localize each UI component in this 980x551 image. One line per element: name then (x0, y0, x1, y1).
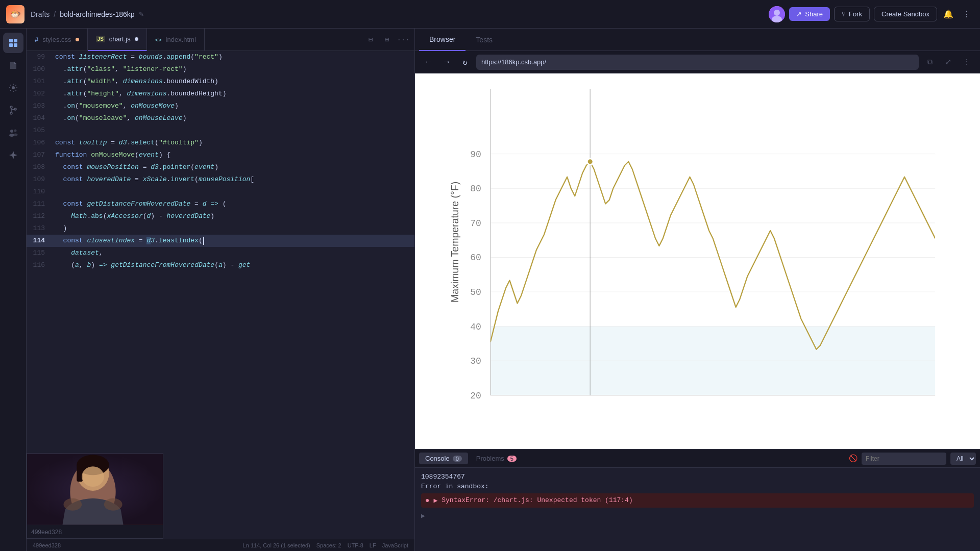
console-log-value: 10892354767 (421, 473, 465, 481)
svg-text:50: 50 (470, 287, 481, 297)
console-filter-select[interactable]: All (950, 453, 976, 465)
tab-chart-js-label: chart.js (109, 35, 131, 43)
notifications-icon[interactable]: 🔔 (941, 7, 955, 21)
logo[interactable]: 🐡 (6, 5, 24, 23)
console-error-message: SyntaxError: /chart.js: Unexpected token… (442, 496, 632, 504)
url-bar[interactable]: https://186kp.csb.app/ (476, 55, 919, 70)
svg-point-22 (63, 498, 82, 511)
code-line-107: 107 function onMouseMove(event) { (27, 149, 414, 161)
status-bar: 499eed328 Ln 114, Col 26 (1 selected) Sp… (27, 539, 414, 551)
status-line-col: Ln 114, Col 26 (1 selected) (243, 542, 310, 548)
logo-image: 🐡 (6, 5, 24, 23)
refresh-button[interactable]: ↻ (458, 55, 472, 69)
code-line-102: 102 .attr("height", dimensions.boundedHe… (27, 88, 414, 100)
console-log-line: 10892354767 (421, 472, 974, 482)
svg-text:60: 60 (470, 253, 481, 263)
chart-area: Maximum Temperature (°F) 20 30 40 50 60 … (415, 73, 980, 449)
console-filter-input[interactable] (862, 453, 946, 465)
status-language: JavaScript (382, 542, 408, 548)
breadcrumb-separator: / (54, 10, 56, 18)
sidebar-item-ai[interactable] (3, 145, 23, 165)
svg-point-21 (82, 466, 104, 487)
tab-index-html-label: index.html (166, 36, 196, 43)
split-horizontal-icon[interactable]: ⊟ (363, 33, 378, 47)
editor-panel: # styles.css JS chart.js <> index.html ⊟… (27, 29, 414, 551)
browser-tab-browser-label: Browser (429, 35, 455, 43)
console-error-line[interactable]: ● ▶ SyntaxError: /chart.js: Unexpected t… (421, 493, 974, 508)
video-content (27, 454, 163, 525)
main-layout: # styles.css JS chart.js <> index.html ⊟… (0, 29, 980, 551)
video-person-svg (27, 454, 163, 525)
code-line-99: 99 const listenerRect = bounds.append("r… (27, 51, 414, 63)
expand-icon[interactable]: ⤢ (941, 55, 955, 69)
code-line-100: 100 .attr("class", "listener-rect") (27, 63, 414, 76)
css-icon: # (35, 36, 38, 43)
code-line-114: 114 const closestIndex = d3.leastIndex( (27, 235, 414, 247)
fork-icon: ⑂ (842, 10, 846, 18)
code-editor[interactable]: 99 const listenerRect = bounds.append("r… (27, 51, 414, 539)
console-expand-arrow[interactable]: ▶ (433, 496, 437, 505)
svg-rect-5 (9, 43, 13, 47)
console-tab-console[interactable]: Console 0 (419, 453, 468, 464)
svg-point-12 (14, 130, 16, 132)
clear-console-icon[interactable]: 🚫 (849, 454, 857, 463)
browser-tab-tests-label: Tests (476, 36, 493, 44)
sidebar-item-home[interactable] (3, 33, 23, 53)
console-label: Console (425, 455, 450, 462)
svg-text:20: 20 (470, 391, 481, 401)
browser-tab-tests[interactable]: Tests (465, 29, 503, 51)
fork-button[interactable]: ⑂ Fork (834, 7, 870, 21)
sidebar-item-team[interactable] (3, 122, 23, 143)
code-line-109: 109 const hoveredDate = xScale.invert(mo… (27, 173, 414, 186)
breadcrumb: Drafts / bold-archimedes-186kp ✎ (31, 10, 144, 18)
svg-point-8 (10, 106, 12, 108)
console-expand-more[interactable]: ▶ (421, 510, 974, 522)
svg-rect-3 (9, 39, 13, 42)
tab-styles-css[interactable]: # styles.css (27, 29, 88, 51)
browser-panel: Browser Tests ← → ↻ https://186kp.csb.ap… (414, 29, 980, 551)
forward-button[interactable]: → (439, 55, 454, 69)
code-line-113: 113 ) (27, 222, 414, 235)
svg-rect-4 (14, 39, 17, 42)
svg-marker-15 (9, 151, 17, 159)
sidebar-item-git[interactable] (3, 100, 23, 120)
status-hash: 499eed328 (33, 542, 61, 548)
more-browser-options-icon[interactable]: ⋮ (960, 55, 974, 69)
edit-icon[interactable]: ✎ (139, 11, 144, 18)
svg-point-11 (10, 130, 13, 133)
code-line-108: 108 const mousePosition = d3.pointer(eve… (27, 161, 414, 173)
console-tab-problems[interactable]: Problems 5 (470, 453, 523, 464)
svg-point-13 (9, 134, 14, 137)
browser-tab-browser[interactable]: Browser (419, 29, 465, 51)
code-line-105: 105 (27, 124, 414, 137)
browser-tabs: Browser Tests (415, 29, 980, 51)
console-filter: 🚫 All (849, 453, 976, 465)
code-content: 99 const listenerRect = bounds.append("r… (27, 51, 414, 271)
console-content: 10892354767 Error in sandbox: ● ▶ Syntax… (415, 468, 980, 551)
avatar[interactable] (769, 6, 785, 22)
html-icon: <> (155, 37, 162, 43)
svg-point-23 (104, 498, 122, 511)
create-sandbox-button[interactable]: Create Sandbox (874, 7, 937, 21)
console-error-sandbox-text: Error in sandbox: (421, 483, 489, 490)
split-vertical-icon[interactable]: ⊞ (380, 33, 394, 47)
more-tabs-icon[interactable]: ··· (396, 33, 410, 47)
new-tab-icon[interactable]: ⧉ (923, 55, 937, 69)
tab-chart-js[interactable]: JS chart.js (88, 29, 147, 51)
back-button[interactable]: ← (421, 55, 435, 69)
more-options-icon[interactable]: ⋮ (960, 7, 974, 21)
breadcrumb-drafts[interactable]: Drafts (31, 10, 50, 18)
problems-badge: 5 (507, 456, 517, 462)
sidebar-item-settings[interactable] (3, 78, 23, 98)
side-nav (0, 29, 27, 551)
share-button[interactable]: ↗ Share (789, 7, 830, 21)
code-line-110: 110 (27, 186, 414, 198)
svg-text:Maximum Temperature (°F): Maximum Temperature (°F) (449, 182, 460, 303)
tabs-toolbar: ⊟ ⊞ ··· (363, 33, 414, 47)
sidebar-item-files[interactable] (3, 55, 23, 76)
url-text: https://186kp.csb.app/ (481, 58, 546, 66)
svg-rect-20 (77, 464, 83, 482)
error-circle-icon: ● (425, 496, 429, 505)
tab-index-html[interactable]: <> index.html (147, 29, 205, 51)
video-overlay: 499eed328 (27, 453, 163, 539)
